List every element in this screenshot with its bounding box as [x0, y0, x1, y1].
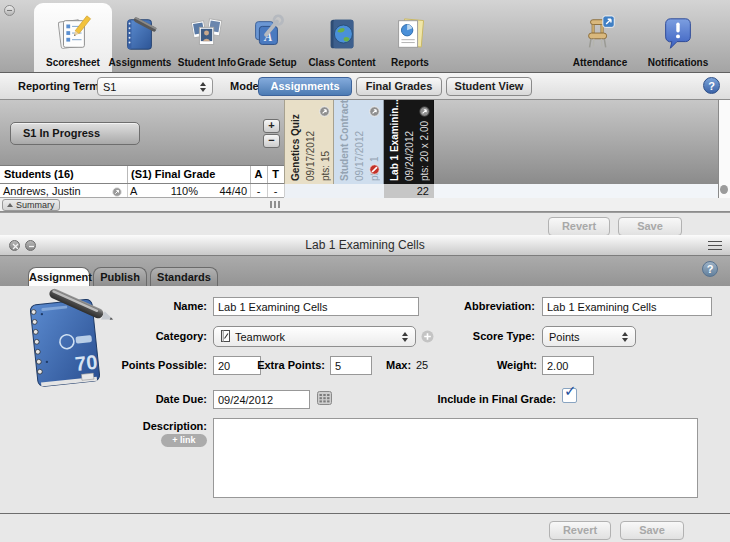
- toolbar-item-label: Scoresheet: [46, 57, 100, 68]
- student-detail-arrow-icon[interactable]: [112, 186, 123, 197]
- category-label: Category:: [27, 330, 207, 342]
- grade-setup-icon: A: [248, 11, 286, 57]
- toolbar-item-grade-setup[interactable]: A Grade Setup: [232, 3, 302, 72]
- save-button[interactable]: Save: [618, 217, 682, 236]
- main-toolbar: Scoresheet Assignments: [0, 0, 730, 73]
- toolbar-item-assignments[interactable]: Assignments: [104, 3, 176, 72]
- detail-panel-title-bar: Lab 1 Examining Cells: [0, 235, 730, 256]
- student-name[interactable]: Andrews, Justin: [3, 184, 81, 198]
- zoom-out-button[interactable]: −: [263, 134, 280, 148]
- tardies-column-header[interactable]: T: [267, 168, 284, 180]
- revert-button[interactable]: Revert: [548, 217, 610, 236]
- toolbar-item-label: Reports: [391, 57, 429, 68]
- weight-label: Weight:: [357, 359, 537, 371]
- final-grade-letter: A: [130, 184, 137, 198]
- divider: [250, 166, 251, 183]
- powerteacher-gradebook-window: Scoresheet Assignments: [0, 0, 730, 542]
- toolbar-collapse-button[interactable]: [4, 5, 15, 16]
- divider: [284, 184, 285, 197]
- assignment-detail-arrow-icon[interactable]: [319, 103, 330, 114]
- not-published-icon: [369, 161, 380, 172]
- scoresheet-icon: [54, 11, 92, 57]
- scoresheet-action-bar: Revert Save: [0, 212, 730, 235]
- reports-icon: [391, 11, 429, 57]
- score-cell[interactable]: [334, 184, 384, 198]
- tab-standards[interactable]: Standards: [150, 267, 218, 286]
- assignment-date: 09/17/2012: [303, 103, 318, 181]
- assignment-date: 09/17/2012: [352, 103, 367, 181]
- reporting-term-value: S1: [103, 81, 116, 93]
- description-field[interactable]: [213, 418, 698, 498]
- mode-button-student-view[interactable]: Student View: [446, 77, 532, 96]
- column-resize-grip[interactable]: [270, 201, 282, 208]
- score-type-value: Points: [549, 331, 580, 343]
- absences-column-header[interactable]: A: [250, 168, 267, 180]
- scoresheet-grid: S1 In Progress + − Genetics Quiz 09/17/2…: [0, 100, 730, 212]
- assignment-column-lab1-selected[interactable]: Lab 1 Examinin... 09/24/2012 pts: 20 x 2…: [384, 100, 434, 184]
- toolbar-item-label: Assignments: [109, 57, 172, 68]
- summary-strip: Summary: [0, 198, 730, 212]
- assignment-detail-arrow-icon[interactable]: [369, 103, 380, 114]
- tardies-value: -: [267, 184, 284, 198]
- calendar-icon[interactable]: [317, 391, 332, 405]
- tab-publish[interactable]: Publish: [93, 267, 147, 286]
- toolbar-item-class-content[interactable]: Class Content: [301, 3, 383, 72]
- scrollbar-thumb[interactable]: [720, 185, 728, 194]
- assignment-name: Lab 1 Examinin...: [387, 103, 402, 181]
- add-link-button[interactable]: + link: [161, 434, 207, 447]
- abbreviation-label: Abbreviation:: [355, 300, 535, 312]
- stepper-arrows-icon: [622, 332, 629, 342]
- term-status-button[interactable]: S1 In Progress: [10, 122, 140, 145]
- assignment-column-genetics-quiz[interactable]: Genetics Quiz 09/17/2012 pts: 15: [284, 100, 334, 184]
- toolbar-item-attendance[interactable]: Attendance: [568, 3, 632, 72]
- toolbar-item-label: Student Info: [178, 57, 236, 68]
- extra-points-label: Extra Points:: [145, 359, 325, 371]
- revert-button[interactable]: Revert: [549, 521, 611, 540]
- help-button[interactable]: ?: [703, 77, 720, 94]
- expand-up-icon: [7, 203, 13, 207]
- help-button-detail[interactable]: ?: [702, 261, 718, 277]
- toolbar-item-label: Grade Setup: [237, 57, 296, 68]
- final-grade-column-header[interactable]: (S1) Final Grade: [131, 168, 215, 180]
- score-type-label: Score Type:: [355, 330, 535, 342]
- toolbar-item-notifications[interactable]: Notifications: [644, 3, 712, 72]
- mode-button-final-grades[interactable]: Final Grades: [356, 77, 442, 96]
- include-final-grade-label: Include in Final Grade:: [376, 393, 556, 405]
- panel-resize-grip-icon[interactable]: [708, 241, 722, 250]
- vertical-scrollbar[interactable]: [718, 100, 730, 198]
- mode-button-assignments[interactable]: Assignments: [258, 77, 352, 96]
- assignment-form: 70 Name: Abbreviation: Category: Teamw: [0, 286, 730, 513]
- date-due-field[interactable]: [213, 390, 310, 409]
- student-row: Andrews, Justin A 110% 44/40 - - 22: [0, 184, 718, 198]
- abbreviation-field[interactable]: [542, 297, 712, 316]
- attendance-icon: [581, 11, 619, 57]
- detail-panel-title: Lab 1 Examining Cells: [0, 238, 730, 252]
- description-label: Description:: [27, 420, 207, 432]
- zoom-in-button[interactable]: +: [263, 119, 280, 133]
- row-filler: [434, 184, 718, 198]
- summary-tab[interactable]: Summary: [2, 199, 60, 211]
- final-grade-percent: 110%: [150, 184, 198, 198]
- weight-field[interactable]: [542, 356, 594, 375]
- include-final-grade-checkbox[interactable]: ✓: [562, 388, 577, 403]
- name-label: Name:: [27, 300, 207, 312]
- assignment-column-student-contract[interactable]: Student Contract 09/17/2012 pts: 1: [334, 100, 384, 184]
- mode-bar: Reporting Term: S1 Mode: Assignments Fin…: [0, 73, 730, 100]
- reporting-term-select[interactable]: S1: [97, 77, 213, 96]
- toolbar-item-reports[interactable]: Reports: [380, 3, 440, 72]
- score-value[interactable]: 22: [384, 184, 429, 198]
- save-button[interactable]: Save: [620, 521, 684, 540]
- score-type-select[interactable]: Points: [542, 326, 636, 347]
- assignment-date: 09/24/2012: [402, 103, 417, 181]
- category-value: Teamwork: [235, 331, 285, 343]
- assignment-detail-arrow-icon[interactable]: [419, 103, 430, 114]
- divider: [267, 184, 268, 197]
- toolbar-item-label: Attendance: [573, 57, 627, 68]
- grid-header-row: Students (16) (S1) Final Grade A T: [0, 165, 284, 184]
- divider: [250, 184, 251, 197]
- summary-tab-label: Summary: [16, 200, 55, 210]
- tab-assignment[interactable]: Assignment: [28, 267, 90, 286]
- score-cell[interactable]: [284, 184, 334, 198]
- toolbar-item-scoresheet[interactable]: Scoresheet: [34, 3, 112, 72]
- students-column-header[interactable]: Students (16): [4, 168, 74, 180]
